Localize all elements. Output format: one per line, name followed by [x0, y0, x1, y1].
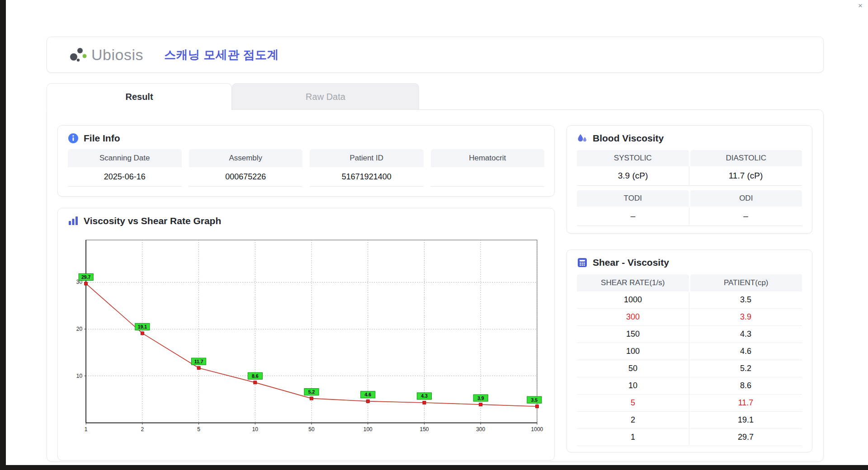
- column-header-shear-rate: SHEAR RATE(1/s): [577, 274, 689, 291]
- table-row: 219.1: [577, 412, 802, 429]
- blood-viscosity-table: SYSTOLIC DIASTOLIC 3.9 (cP) 11.7 (cP) TO…: [567, 148, 812, 226]
- field-value: 2025-06-16: [68, 167, 182, 187]
- shear-rate-cell: 150: [577, 326, 689, 343]
- table-row: 3003.9: [577, 309, 802, 326]
- svg-text:10: 10: [252, 426, 259, 432]
- field-hematocrit: Hematocrit: [431, 149, 545, 187]
- shear-table-body: 10003.53003.91504.31004.6505.2108.6511.7…: [577, 291, 802, 446]
- shear-rate-cell: 300: [577, 309, 689, 326]
- svg-text:1000: 1000: [531, 426, 543, 432]
- patient-cp-cell: 3.5: [689, 291, 802, 309]
- table-row: 505.2: [577, 360, 802, 377]
- column-header: ODI: [690, 190, 802, 207]
- viscosity-chart: 1251050100150300100010203029.719.111.78.…: [68, 233, 544, 439]
- blood-viscosity-card: Blood Viscosity SYSTOLIC DIASTOLIC 3.9 (…: [566, 125, 812, 234]
- table-row: 1004.6: [577, 343, 802, 360]
- diastolic-value: 11.7 (cP): [689, 166, 802, 186]
- table-row: 108.6: [577, 377, 802, 395]
- svg-text:4.6: 4.6: [364, 392, 371, 397]
- svg-text:10: 10: [76, 373, 83, 379]
- table-icon: [577, 257, 588, 268]
- svg-text:2: 2: [141, 426, 144, 432]
- shear-rate-cell: 50: [577, 360, 689, 377]
- svg-text:50: 50: [308, 426, 315, 432]
- svg-text:5: 5: [197, 426, 200, 432]
- logo-text: Ubiosis: [91, 46, 143, 64]
- column-header: DIASTOLIC: [690, 150, 802, 166]
- app-window: × Ubiosis 스캐닝 모세관 점도계 Result Raw Data: [6, 0, 868, 465]
- shear-rate-cell: 10: [577, 377, 689, 395]
- file-info-title-text: File Info: [84, 133, 120, 144]
- patient-cp-cell: 29.7: [689, 429, 802, 446]
- svg-text:29.7: 29.7: [81, 274, 91, 280]
- svg-text:11.7: 11.7: [194, 359, 203, 364]
- patient-cp-cell: 4.3: [689, 326, 802, 343]
- svg-text:300: 300: [476, 426, 485, 432]
- ubiosis-logo: Ubiosis: [68, 46, 143, 64]
- main-panel: File Info Scanning Date 2025-06-16 Assem…: [47, 109, 824, 462]
- field-assembly: Assembly 000675226: [189, 149, 303, 187]
- field-patient-id: Patient ID 51671921400: [310, 149, 424, 187]
- column-header: SYSTOLIC: [577, 150, 689, 166]
- shear-rate-cell: 1: [577, 429, 689, 446]
- field-value: [431, 167, 545, 187]
- shear-viscosity-title: Shear - Viscosity: [567, 250, 812, 273]
- close-icon[interactable]: ×: [858, 2, 863, 9]
- field-label: Scanning Date: [68, 149, 182, 167]
- shear-viscosity-table: SHEAR RATE(1/s) PATIENT(cp) 10003.53003.…: [567, 273, 812, 446]
- graph-title-text: Viscosity vs Shear Rate Graph: [84, 216, 221, 226]
- patient-cp-cell: 19.1: [689, 412, 802, 429]
- bar-chart-icon: [68, 216, 79, 226]
- field-label: Patient ID: [310, 149, 424, 167]
- file-info-card: File Info Scanning Date 2025-06-16 Assem…: [57, 125, 555, 197]
- tab-raw-data[interactable]: Raw Data: [232, 83, 419, 110]
- shear-rate-cell: 1000: [577, 291, 689, 309]
- tab-result[interactable]: Result: [47, 83, 232, 110]
- patient-cp-cell: 11.7: [689, 395, 802, 412]
- shear-viscosity-card: Shear - Viscosity SHEAR RATE(1/s) PATIEN…: [566, 249, 812, 452]
- file-info-fields: Scanning Date 2025-06-16 Assembly 000675…: [58, 148, 554, 187]
- systolic-value: 3.9 (cP): [577, 166, 689, 186]
- svg-text:1: 1: [85, 426, 88, 432]
- file-info-title: File Info: [58, 126, 554, 148]
- droplets-icon: [577, 133, 588, 144]
- field-value: 51671921400: [310, 167, 424, 187]
- shear-viscosity-title-text: Shear - Viscosity: [593, 257, 669, 268]
- field-value: 000675226: [189, 167, 303, 187]
- shear-rate-cell: 5: [577, 395, 689, 412]
- svg-text:5.2: 5.2: [308, 389, 315, 395]
- ubiosis-dots-logo-icon: [68, 46, 89, 64]
- field-label: Assembly: [189, 149, 303, 167]
- column-header: TODI: [577, 190, 689, 207]
- page-title: 스캐닝 모세관 점도계: [164, 47, 279, 63]
- table-row: 129.7: [577, 429, 802, 446]
- patient-cp-cell: 3.9: [689, 309, 802, 326]
- blood-viscosity-title-text: Blood Viscosity: [593, 133, 664, 144]
- table-row: 1504.3: [577, 326, 802, 343]
- header: Ubiosis 스캐닝 모세관 점도계: [47, 37, 824, 73]
- blood-viscosity-title: Blood Viscosity: [567, 126, 812, 148]
- odi-value: –: [689, 207, 802, 226]
- svg-text:150: 150: [420, 426, 429, 432]
- svg-text:3.5: 3.5: [531, 397, 538, 403]
- viscosity-graph-card: Viscosity vs Shear Rate Graph 1251050100…: [57, 208, 555, 461]
- svg-text:19.1: 19.1: [138, 324, 147, 329]
- table-row: 511.7: [577, 395, 802, 412]
- patient-cp-cell: 8.6: [689, 377, 802, 395]
- svg-text:20: 20: [76, 326, 83, 332]
- field-label: Hematocrit: [431, 149, 545, 167]
- svg-text:8.6: 8.6: [252, 373, 259, 379]
- chart-holder: 1251050100150300100010203029.719.111.78.…: [58, 231, 554, 439]
- column-header-patient: PATIENT(cp): [690, 274, 802, 291]
- table-row: 10003.5: [577, 291, 802, 309]
- todi-value: –: [577, 207, 689, 226]
- shear-rate-cell: 2: [577, 412, 689, 429]
- svg-text:3.9: 3.9: [477, 395, 484, 401]
- shear-rate-cell: 100: [577, 343, 689, 360]
- svg-text:4.3: 4.3: [421, 393, 428, 399]
- svg-text:100: 100: [363, 426, 373, 432]
- patient-cp-cell: 4.6: [689, 343, 802, 360]
- info-icon: [68, 133, 79, 144]
- field-scanning-date: Scanning Date 2025-06-16: [68, 149, 182, 187]
- patient-cp-cell: 5.2: [689, 360, 802, 377]
